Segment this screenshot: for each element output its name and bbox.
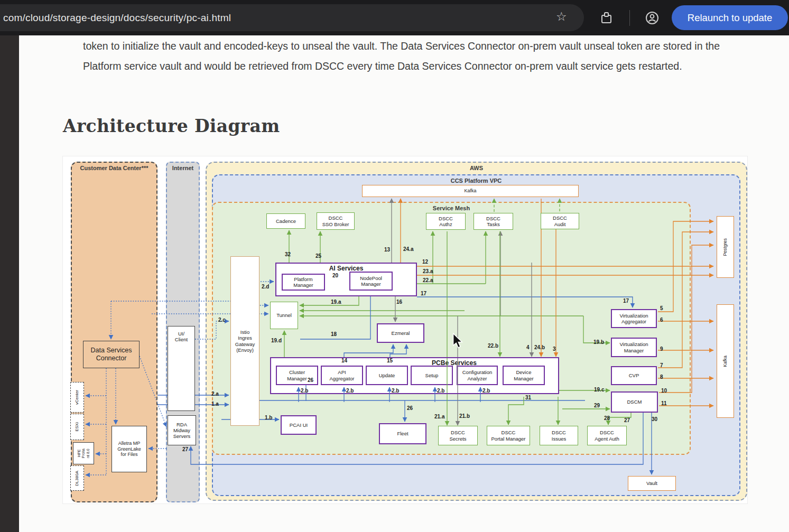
- edge-label-19.c-41: 19.c: [594, 387, 604, 393]
- edge-label-21.a-27: 21.a: [434, 414, 444, 419]
- profile-icon[interactable]: [645, 11, 660, 25]
- edge-label-19.a-10: 19.a: [331, 299, 341, 305]
- edge-label-32-0: 32: [285, 251, 291, 257]
- edge-label-7-39: 7: [660, 362, 663, 368]
- edge-label-27-46: 27: [624, 417, 630, 423]
- edge-label-2.a-15: 2.a: [211, 391, 219, 397]
- edge-label-29-43: 29: [594, 403, 600, 408]
- address-bar[interactable]: com/cloud/storage-design/docs/security/p…: [0, 4, 584, 31]
- edge-label-2.d-8: 2.d: [262, 284, 269, 290]
- edge-label-2.b-24: 2.b: [482, 388, 490, 394]
- edge-label-28-45: 28: [604, 415, 610, 421]
- edge-label-21.b-28: 21.b: [459, 413, 470, 419]
- edge-label-2.b-21: 2.b: [346, 388, 354, 394]
- browser-toolbar: com/cloud/storage-design/docs/security/p…: [0, 0, 789, 35]
- url-text: com/cloud/storage-design/docs/security/p…: [0, 12, 231, 24]
- edge-label-4-30: 4: [526, 344, 530, 350]
- architecture-diagram: Customer Data Center***InternetAWSCCS Pl…: [62, 156, 748, 504]
- edge-label-2.c-14: 2.c: [218, 317, 226, 323]
- edge-label-31-33: 31: [525, 395, 531, 400]
- edge-label-26-26: 26: [407, 405, 413, 411]
- extensions-icon[interactable]: [599, 11, 614, 25]
- edge-label-12-4: 12: [422, 259, 428, 265]
- edge-label-8-40: 8: [660, 374, 663, 380]
- edge-label-2.b-20: 2.b: [301, 388, 308, 394]
- svg-overlay: [63, 156, 748, 505]
- edge-label-11-44: 11: [661, 400, 667, 406]
- edge-label-20-9: 20: [332, 273, 338, 278]
- toolbar-divider: [629, 10, 630, 26]
- relaunch-to-update-button[interactable]: Relaunch to update: [672, 5, 788, 30]
- edge-label-24.a-3: 24.a: [403, 246, 413, 252]
- bookmark-star-icon[interactable]: ☆: [556, 10, 567, 24]
- edge-label-14-18: 14: [341, 358, 347, 363]
- edge-label-22.b-29: 22.b: [488, 343, 498, 349]
- page-content: token to initialize the vault and encode…: [19, 35, 789, 532]
- relaunch-button-label: Relaunch to update: [688, 12, 772, 24]
- edge-label-3-32: 3: [553, 346, 556, 352]
- edge-label-19.b-37: 19.b: [593, 339, 604, 345]
- edge-label-19.d-13: 19.d: [271, 338, 282, 343]
- edge-label-22.a-6: 22.a: [423, 277, 433, 283]
- edge-label-6-36: 6: [660, 317, 663, 323]
- edge-label-24.b-31: 24.b: [534, 344, 545, 350]
- edge-label-1.a-16: 1.a: [211, 401, 219, 407]
- edge-label-9-38: 9: [660, 346, 663, 352]
- body-paragraph: token to initialize the vault and encode…: [83, 36, 755, 76]
- section-heading: Architecture Diagram: [63, 116, 280, 136]
- mouse-cursor: [451, 333, 465, 349]
- edge-label-18-12: 18: [331, 331, 337, 337]
- edge-label-30-47: 30: [652, 416, 657, 422]
- edge-label-17-7: 17: [421, 291, 426, 296]
- edge-label-2.b-23: 2.b: [437, 388, 444, 394]
- edge-label-10-42: 10: [661, 388, 667, 394]
- edge-label-26-25: 26: [308, 377, 313, 383]
- edge-label-1.b-17: 1.b: [265, 415, 272, 421]
- edge-label-17-34: 17: [623, 298, 629, 304]
- edge-label-2.b-22: 2.b: [392, 388, 399, 394]
- edge-label-27-48: 27: [182, 446, 188, 452]
- window-side-strip: [0, 35, 19, 532]
- edge-label-13-2: 13: [384, 247, 390, 253]
- edge-label-23.a-5: 23.a: [423, 268, 433, 274]
- edge-label-25-1: 25: [315, 253, 321, 259]
- edge-label-15-19: 15: [387, 358, 393, 363]
- edge-label-5-35: 5: [660, 305, 663, 311]
- edge-label-16-11: 16: [396, 299, 402, 305]
